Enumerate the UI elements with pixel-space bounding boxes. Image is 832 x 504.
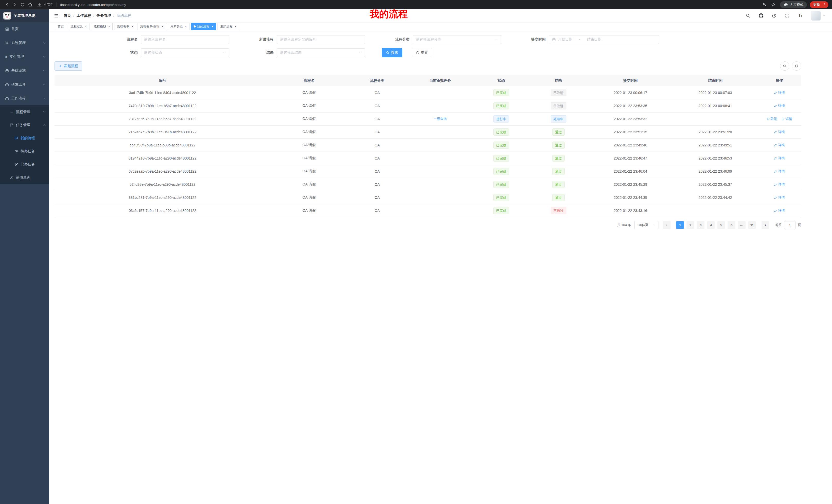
update-button[interactable]: 更新 <box>810 1 828 8</box>
page-button-6[interactable]: 6 <box>728 221 735 229</box>
cell-category: OA <box>347 204 407 217</box>
detail-action-link[interactable]: 详情 <box>774 130 785 134</box>
table-header-row: 编号流程名流程分类当前审批任务状态结果提交时间结束时间操作 <box>54 75 801 86</box>
kebab-menu-icon[interactable] <box>822 2 827 7</box>
close-icon[interactable]: × <box>211 25 213 28</box>
close-icon[interactable]: × <box>131 25 133 28</box>
sidebar-item-home[interactable]: 首页 <box>0 22 49 36</box>
sidebar-item-infrastructure[interactable]: 基础设施 <box>0 64 49 78</box>
search-icon[interactable] <box>745 13 751 19</box>
sidebar-item-done-tasks[interactable]: 已办任务 <box>0 158 49 171</box>
page-button-2[interactable]: 2 <box>686 221 694 229</box>
sidebar-item-payment[interactable]: ¥支付管理 <box>0 50 49 64</box>
detail-action-link[interactable]: 详情 <box>782 117 792 121</box>
close-icon[interactable]: × <box>85 25 87 28</box>
current-task-link[interactable]: 一级审批 <box>434 117 447 121</box>
tab-process-definition[interactable]: 流程定义× <box>68 23 89 30</box>
reset-button[interactable]: 重置 <box>412 48 432 57</box>
create-process-button[interactable]: 发起流程 <box>54 61 82 71</box>
address-bar[interactable]: dashboard.yudao.iocoder.cn/bpm/task/my <box>60 3 126 7</box>
detail-action-link[interactable]: 详情 <box>774 169 785 174</box>
tab-user-group[interactable]: 用户分组× <box>168 23 189 30</box>
tab-start-process[interactable]: 发起流程× <box>217 23 239 30</box>
filter-label: 流程名 <box>110 37 141 42</box>
hamburger-icon[interactable] <box>51 11 61 21</box>
breadcrumb-item[interactable]: 任务管理 <box>97 13 111 18</box>
breadcrumb-item[interactable]: 工作流程 <box>77 13 91 18</box>
breadcrumb: 首页/工作流程/任务管理/我的流程 <box>64 13 131 18</box>
sidebar-item-workflow[interactable]: 工作流程 <box>0 91 49 105</box>
page-content: 流程名请输入流程名所属流程请输入流程定义的编号流程分类请选择流程分类提交时间开始… <box>49 31 832 504</box>
breadcrumb-item: 我的流程 <box>117 13 131 18</box>
sidebar-item-leave-query[interactable]: 请假查询 <box>0 171 49 184</box>
filter-input-definition[interactable]: 请输入流程定义的编号 <box>277 35 365 44</box>
search-button[interactable]: 搜索 <box>382 48 402 57</box>
gear-icon <box>5 41 9 45</box>
filter-input-name[interactable]: 请输入流程名 <box>141 35 229 44</box>
page-button-3[interactable]: 3 <box>697 221 704 229</box>
tab-process-form-edit[interactable]: 流程表单-编辑× <box>137 23 166 30</box>
close-icon[interactable]: × <box>185 25 187 28</box>
detail-action-link[interactable]: 详情 <box>774 182 785 187</box>
toggle-search-button[interactable] <box>780 61 789 71</box>
sidebar-item-label: 我的流程 <box>21 136 35 141</box>
page-size-select[interactable]: 10条/页 <box>634 221 658 229</box>
cancel-action-link[interactable]: 取消 <box>767 117 778 121</box>
page-button-11[interactable]: 11 <box>748 221 756 229</box>
status-badge: 已完成 <box>493 207 509 214</box>
sidebar-item-my-process[interactable]: 我的流程 <box>0 132 49 145</box>
breadcrumb-separator: / <box>73 13 74 18</box>
result-badge: 处理中 <box>551 115 566 122</box>
sidebar-item-system[interactable]: 系统管理 <box>0 36 49 50</box>
cell-process-name: OA 请假 <box>270 165 347 178</box>
next-page-button[interactable]: › <box>761 221 769 229</box>
star-icon[interactable] <box>770 1 777 8</box>
sidebar-item-task-mgmt[interactable]: 任务管理 <box>0 118 49 132</box>
more-pages-button[interactable]: ··· <box>738 221 746 229</box>
breadcrumb-item[interactable]: 首页 <box>64 13 71 18</box>
refresh-icon[interactable] <box>19 1 26 8</box>
tab-process-form[interactable]: 流程表单× <box>114 23 136 30</box>
avatar[interactable] <box>811 11 821 21</box>
forward-icon[interactable] <box>11 1 18 8</box>
close-icon[interactable]: × <box>162 25 164 28</box>
github-icon[interactable] <box>758 13 764 19</box>
filter-select-status[interactable]: 请选择状态 <box>141 48 229 57</box>
page-button-5[interactable]: 5 <box>717 221 725 229</box>
refresh-table-button[interactable] <box>792 61 801 71</box>
detail-action-link[interactable]: 详情 <box>774 208 785 213</box>
fullscreen-icon[interactable] <box>784 13 790 19</box>
input-placeholder: 请输入流程名 <box>144 37 165 42</box>
back-icon[interactable] <box>4 1 10 8</box>
detail-action-link[interactable]: 详情 <box>774 156 785 161</box>
cell-actions: 详情 <box>758 139 801 152</box>
result-badge: 已取消 <box>551 89 566 96</box>
filter-select-category[interactable]: 请选择流程分类 <box>413 35 501 44</box>
sidebar-item-todo-tasks[interactable]: 待办任务 <box>0 145 49 158</box>
tab-home[interactable]: 首页 <box>55 23 66 30</box>
page-button-1[interactable]: 1 <box>676 221 684 229</box>
home-icon[interactable] <box>27 1 33 8</box>
tab-my-process[interactable]: 我的流程× <box>191 23 216 30</box>
site-security-chip[interactable]: 不安全 <box>37 2 53 7</box>
font-size-icon[interactable]: TT <box>798 13 803 19</box>
page-button-4[interactable]: 4 <box>707 221 715 229</box>
user-menu[interactable] <box>811 11 825 21</box>
detail-action-link[interactable]: 详情 <box>774 90 785 95</box>
goto-page-input[interactable] <box>784 221 796 229</box>
filter-daterange-submit-time[interactable]: 开始日期-结束日期 <box>549 35 659 44</box>
sidebar-item-process-mgmt[interactable]: 流程管理 <box>0 105 49 118</box>
close-icon[interactable]: × <box>234 25 237 28</box>
sidebar-item-dev-tools[interactable]: 研发工具 <box>0 78 49 91</box>
sidebar-item-label: 流程管理 <box>16 110 30 114</box>
close-icon[interactable]: × <box>108 25 110 28</box>
cell-status: 进行中 <box>474 113 529 125</box>
cell-end-time: 2022-01-23 00:07:03 <box>673 86 758 100</box>
filter-select-result[interactable]: 请选择流结果 <box>277 48 365 57</box>
detail-action-link[interactable]: 详情 <box>774 195 785 200</box>
detail-action-link[interactable]: 详情 <box>774 143 785 147</box>
tab-process-model[interactable]: 流程模型× <box>91 23 113 30</box>
key-icon[interactable] <box>761 1 768 8</box>
help-icon[interactable] <box>771 13 777 19</box>
detail-action-link[interactable]: 详情 <box>774 104 785 108</box>
